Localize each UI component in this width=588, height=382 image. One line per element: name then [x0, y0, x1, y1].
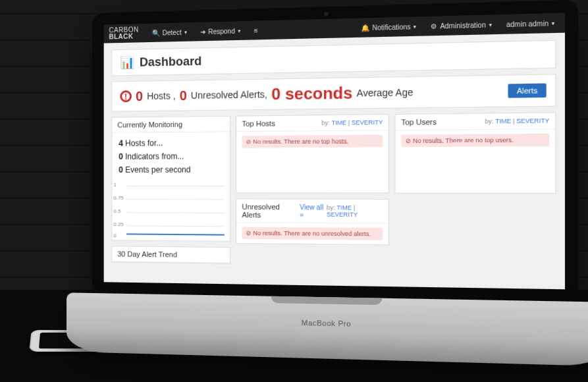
chevron-down-icon: ▾ — [489, 22, 491, 28]
chevron-down-icon: ▾ — [552, 20, 555, 26]
dashboard-icon: 📊 — [120, 55, 134, 70]
menu-icon: ≡ — [254, 26, 258, 34]
panel-top-hosts: Top Hosts by: TIME | SEVERITY No results… — [236, 114, 389, 194]
nav-respond-label: Respond — [208, 27, 235, 35]
top-users-empty: No results. There are no top users. — [401, 134, 549, 148]
panel-trend: 30 Day Alert Trend — [111, 246, 230, 263]
monitoring-indicators: 0 Indicators from... — [119, 150, 223, 163]
chart-series-line — [126, 233, 225, 235]
events-chart: 1 0.75 0.5 0.25 0 — [112, 180, 230, 241]
by-label: by: — [321, 119, 330, 126]
summary-age-label: Average Age — [357, 87, 414, 99]
bell-icon: 🔔 — [361, 24, 369, 32]
summary-hosts-label: Hosts , — [147, 90, 176, 101]
alerts-button[interactable]: Alerts — [508, 84, 546, 98]
nav-user-label: admin admin — [506, 19, 548, 28]
chevron-down-icon: ▾ — [238, 28, 240, 34]
summary-bar: ! 0 Hosts , 0 Unresolved Alerts, 0 secon… — [111, 74, 556, 111]
unresolved-view-all[interactable]: View all » — [300, 204, 327, 219]
ytick: 0.75 — [113, 195, 123, 201]
panel-monitoring-title: Currently Monitoring — [117, 121, 182, 129]
summary-hosts-count: 0 — [136, 88, 143, 103]
ytick: 1 — [113, 182, 116, 188]
gear-icon: ⚙ — [431, 22, 437, 30]
monitoring-events-count: 0 — [119, 165, 123, 175]
nav-administration-label: Administration — [440, 21, 486, 30]
laptop: CARBON BLACK 🔍 Detect ▾ ➜ Respond ▾ ≡ — [92, 0, 578, 369]
chevron-down-icon: ▾ — [184, 29, 187, 35]
sort-by-time[interactable]: TIME — [331, 119, 346, 126]
panel-top-hosts-title: Top Hosts — [242, 119, 275, 128]
monitoring-hosts-count: 4 — [119, 139, 123, 148]
by-label: by: — [485, 118, 493, 125]
brand-line2: BLACK — [109, 32, 134, 40]
panel-trend-title: 30 Day Alert Trend — [117, 250, 177, 258]
sort-by-severity[interactable]: SEVERITY — [327, 211, 358, 218]
unresolved-empty: No results. There are no unresolved aler… — [242, 227, 383, 240]
nav-notifications[interactable]: 🔔 Notifications ▾ — [356, 20, 422, 34]
panel-unresolved-alerts: Unresolved Alerts View all » by: TIME | … — [236, 198, 389, 245]
monitoring-hosts-label: Hosts for... — [125, 138, 163, 148]
panel-unresolved-title: Unresolved Alerts — [242, 203, 296, 219]
nav-menu[interactable]: ≡ — [248, 24, 263, 36]
search-icon: 🔍 — [152, 29, 160, 36]
brand-logo: CARBON BLACK — [108, 26, 144, 40]
page-header: 📊 Dashboard — [111, 40, 556, 76]
summary-age-value: 0 seconds — [271, 84, 352, 104]
laptop-screen-bezel: CARBON BLACK 🔍 Detect ▾ ➜ Respond ▾ ≡ — [92, 0, 578, 305]
monitoring-events: 0 Events per second — [119, 163, 223, 177]
nav-respond[interactable]: ➜ Respond ▾ — [195, 25, 246, 38]
panel-top-users-title: Top Users — [401, 118, 437, 126]
arrow-icon: ➜ — [200, 28, 205, 35]
summary-unresolved-label: Unresolved Alerts, — [191, 89, 267, 101]
panel-monitoring: Currently Monitoring 4 Hosts for... 0 In… — [111, 116, 230, 242]
alert-icon: ! — [120, 90, 132, 102]
nav-detect-label: Detect — [163, 28, 182, 36]
summary-unresolved-count: 0 — [180, 88, 187, 103]
sort-by-severity[interactable]: SEVERITY — [516, 117, 549, 124]
monitoring-indicators-count: 0 — [119, 152, 123, 161]
nav-notifications-label: Notifications — [372, 22, 411, 31]
panels-grid: Currently Monitoring 4 Hosts for... 0 In… — [111, 112, 556, 273]
ytick: 0.5 — [113, 208, 120, 214]
sort-by-time[interactable]: TIME — [495, 118, 511, 125]
page-title: Dashboard — [140, 54, 201, 69]
ytick: 0 — [113, 232, 116, 238]
monitoring-hosts: 4 Hosts for... — [119, 136, 223, 150]
panel-top-users: Top Users by: TIME | SEVERITY No results… — [395, 112, 556, 194]
sort-by-time[interactable]: TIME — [336, 204, 352, 211]
chevron-down-icon: ▾ — [414, 23, 416, 30]
app-screen: CARBON BLACK 🔍 Detect ▾ ➜ Respond ▾ ≡ — [104, 13, 565, 290]
laptop-brand-label: MacBook Pro — [302, 319, 351, 328]
nav-detect[interactable]: 🔍 Detect ▾ — [147, 26, 192, 39]
monitoring-events-label: Events per second — [125, 165, 190, 175]
sort-by-severity[interactable]: SEVERITY — [352, 119, 383, 126]
laptop-base: MacBook Pro — [67, 292, 588, 366]
ytick: 0.25 — [113, 221, 123, 227]
nav-user[interactable]: admin admin ▾ — [500, 17, 560, 30]
top-hosts-empty: No results. There are no top hosts. — [242, 135, 383, 148]
nav-administration[interactable]: ⚙ Administration ▾ — [425, 18, 497, 32]
monitoring-indicators-label: Indicators from... — [125, 151, 184, 161]
by-label: by: — [327, 204, 335, 211]
